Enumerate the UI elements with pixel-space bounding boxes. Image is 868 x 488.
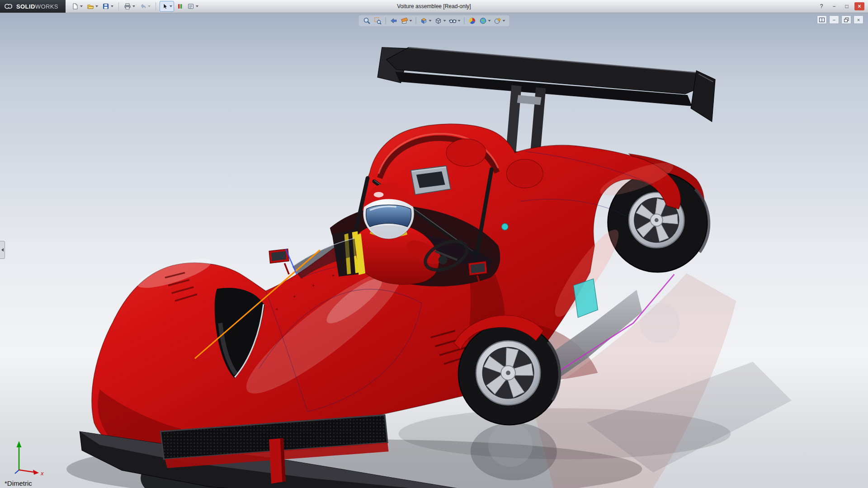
heads-up-view-toolbar: [359, 15, 509, 26]
select-cursor-icon: [161, 3, 168, 10]
view-orientation-label: *Dimetric: [5, 479, 32, 487]
orientation-triad[interactable]: x: [11, 437, 47, 476]
z-axis: [15, 470, 19, 474]
left-mirror[interactable]: [269, 249, 289, 274]
apply-scene-icon: [479, 17, 487, 25]
air-scoop: [411, 166, 451, 195]
pane-split-icon: [819, 18, 825, 22]
new-document-button[interactable]: [70, 1, 84, 11]
front-right-wheel[interactable]: [458, 323, 560, 425]
previous-view-icon: [390, 17, 398, 25]
view-settings-button[interactable]: [493, 16, 506, 25]
save-button[interactable]: [101, 1, 115, 11]
open-button[interactable]: [85, 1, 99, 11]
doc-restore-button[interactable]: [841, 15, 851, 24]
save-icon: [102, 3, 109, 10]
edit-appearance-icon: [468, 17, 476, 25]
section-view-icon: [401, 17, 409, 25]
x-axis-arrow: [33, 470, 39, 475]
zoom-to-area-icon: [374, 17, 382, 25]
solidworks-logo: SOLIDWORKS: [0, 0, 66, 13]
maximize-button[interactable]: □: [842, 2, 852, 10]
feature-panel-flyout-handle[interactable]: [0, 241, 5, 259]
pane-split-button[interactable]: [817, 15, 827, 24]
minimize-button[interactable]: −: [829, 2, 839, 10]
hide-show-items-button[interactable]: [448, 16, 462, 25]
doc-restore-icon: [844, 18, 849, 22]
hide-show-items-icon: [449, 17, 457, 25]
model-scene: [0, 13, 868, 488]
chevron-left-icon: [1, 248, 4, 252]
section-view-button[interactable]: [400, 16, 413, 25]
solidworks-logo-icon: [4, 3, 14, 10]
close-button[interactable]: ×: [854, 2, 864, 10]
zoom-to-fit-button[interactable]: [362, 16, 372, 25]
standard-toolbar: [70, 1, 200, 12]
file-properties-button[interactable]: [186, 1, 200, 11]
doc-minimize-button[interactable]: −: [829, 15, 839, 24]
print-button[interactable]: [123, 1, 137, 11]
rebuild-button[interactable]: [175, 1, 184, 11]
zoom-to-area-button[interactable]: [373, 16, 383, 25]
undo-button[interactable]: [138, 1, 152, 11]
solidworks-window: SOLIDWORKS: [0, 0, 868, 488]
y-axis-arrow: [17, 441, 22, 447]
open-icon: [87, 3, 94, 10]
help-button[interactable]: ?: [816, 2, 826, 10]
view-orientation-icon: [420, 17, 428, 25]
window-title: Voiture assemblee [Read-only]: [397, 3, 471, 9]
brand-text: SOLIDWORKS: [16, 3, 58, 10]
zoom-to-fit-icon: [363, 17, 371, 25]
sidepod-window: [574, 279, 598, 318]
previous-view-button[interactable]: [389, 16, 399, 25]
doc-close-button[interactable]: ×: [854, 15, 863, 24]
rebuild-icon: [177, 3, 183, 10]
driver-helmet: [363, 183, 414, 239]
new-document-icon: [71, 3, 79, 10]
display-style-button[interactable]: [434, 16, 447, 25]
document-window-controls: − ×: [817, 15, 863, 24]
apply-scene-button[interactable]: [478, 16, 492, 25]
titlebar: SOLIDWORKS: [0, 0, 868, 13]
window-controls: ? − □ ×: [816, 2, 868, 10]
file-properties-icon: [187, 3, 194, 10]
view-settings-icon: [494, 17, 502, 25]
edit-appearance-button[interactable]: [467, 16, 477, 25]
graphics-area[interactable]: − × x *Dimetric: [0, 13, 868, 488]
print-icon: [124, 3, 131, 10]
select-button[interactable]: [160, 1, 174, 12]
view-orientation-button[interactable]: [419, 16, 433, 25]
x-axis-label: x: [40, 470, 44, 476]
display-style-icon: [434, 17, 443, 25]
undo-icon: [139, 3, 146, 10]
